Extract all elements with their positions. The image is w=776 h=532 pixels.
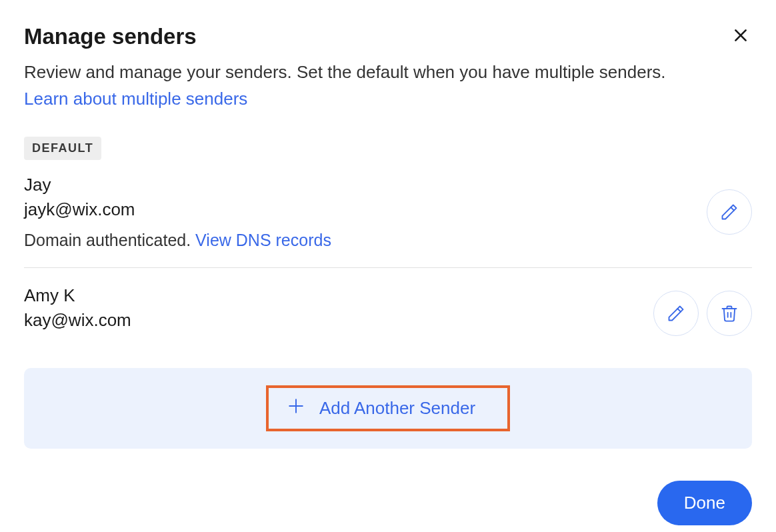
trash-icon — [720, 304, 739, 323]
learn-more-link[interactable]: Learn about multiple senders — [24, 89, 247, 109]
view-dns-link[interactable]: View DNS records — [195, 231, 331, 249]
add-another-sender-button[interactable]: Add Another Sender — [266, 385, 510, 431]
sender-row: Amy K kay@wix.com — [24, 285, 752, 359]
pencil-icon — [720, 203, 739, 221]
close-icon — [732, 27, 749, 44]
svg-line-3 — [677, 309, 681, 312]
sender-email: jayk@wix.com — [24, 199, 331, 220]
svg-line-2 — [731, 207, 734, 211]
add-sender-bar: Add Another Sender — [24, 368, 752, 449]
sender-status: Domain authenticated. View DNS records — [24, 231, 331, 250]
edit-sender-button[interactable] — [707, 189, 752, 235]
done-button[interactable]: Done — [657, 481, 752, 525]
sender-name: Jay — [24, 175, 331, 195]
sender-email: kay@wix.com — [24, 310, 131, 331]
page-subtitle: Review and manage your senders. Set the … — [24, 59, 691, 113]
delete-sender-button[interactable] — [707, 291, 752, 336]
add-sender-label: Add Another Sender — [319, 398, 475, 419]
subtitle-text: Review and manage your senders. Set the … — [24, 62, 666, 82]
page-title: Manage senders — [24, 24, 197, 49]
status-text: Domain authenticated. — [24, 231, 195, 249]
edit-sender-button[interactable] — [653, 291, 699, 336]
default-badge: DEFAULT — [24, 137, 101, 160]
sender-name: Amy K — [24, 285, 131, 306]
close-button[interactable] — [729, 24, 752, 49]
sender-row-default: Jay jayk@wix.com Domain authenticated. V… — [24, 175, 752, 268]
plus-icon — [287, 397, 305, 419]
pencil-icon — [667, 304, 685, 323]
